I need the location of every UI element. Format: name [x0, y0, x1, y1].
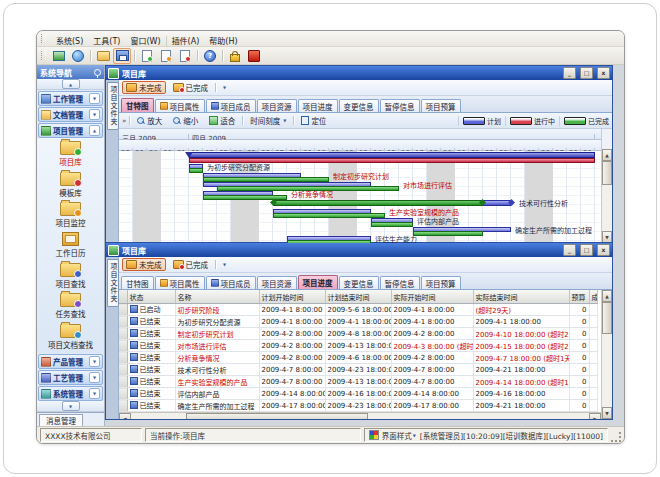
project-folder-tab[interactable]: 项目文件夹 [107, 259, 119, 307]
sidebar-section-文档管理[interactable]: 文档管理▼ [38, 107, 103, 122]
filter-dropdown-button[interactable]: ▼ [219, 83, 230, 92]
chevron-up-icon[interactable]: ▲ [89, 125, 100, 136]
task-done-bar[interactable] [371, 222, 413, 227]
filter-未完成[interactable]: 未完成 [122, 258, 166, 271]
table-row[interactable]: 已结束技术可行性分析2009-4-7 8:00:002009-4-23 18:0… [119, 364, 597, 376]
resize-grip[interactable] [611, 432, 621, 442]
row-selector[interactable] [119, 340, 127, 352]
sidebar-item-项目监控[interactable]: 项目监控 [37, 200, 104, 230]
minimize-button[interactable]: _ [563, 244, 576, 256]
tab-甘特图[interactable]: 甘特图 [121, 98, 154, 112]
tab-甘特图[interactable]: 甘特图 [121, 276, 154, 289]
table-row[interactable]: 已启动初步研究阶段2009-4-1 8:00:002009-5-6 18:00:… [119, 304, 597, 316]
exit-button[interactable] [245, 48, 263, 64]
tab-项目预算[interactable]: 项目预算 [421, 99, 461, 112]
column-header-实际结束时间[interactable]: 实际结束时间 [473, 290, 569, 304]
style-label[interactable]: 界面样式 [382, 430, 412, 441]
column-header-计划开始时间[interactable]: 计划开始时间 [259, 290, 325, 304]
filter-未完成[interactable]: 未完成 [122, 81, 166, 94]
menu-item-窗口(W)[interactable]: 窗口(W) [125, 36, 165, 47]
task-done-bar[interactable] [287, 240, 371, 243]
column-header-预算[interactable]: 预算 [569, 290, 589, 304]
sidebar-item-项目库[interactable]: 项目库 [37, 139, 104, 169]
column-header-实际开始时间[interactable]: 实际开始时间 [391, 290, 473, 304]
scroll-left-button[interactable]: ◄ [119, 413, 131, 419]
table-row[interactable]: 已结束为初步研究分配资源2009-4-1 8:00:002009-4-1 18:… [119, 316, 597, 328]
sidebar-section-工艺管理[interactable]: 工艺管理▼ [38, 370, 103, 385]
filter-已完成[interactable]: 已完成 [169, 258, 213, 271]
close-button[interactable]: x [597, 244, 610, 256]
tab-暂停信息[interactable]: 暂停信息 [380, 276, 420, 289]
row-selector[interactable] [119, 388, 127, 400]
time-scale-button[interactable]: 时间刻度▼ [246, 113, 290, 128]
fit-button[interactable]: 适合 [205, 113, 239, 128]
help-button[interactable]: ? [201, 48, 219, 64]
row-selector[interactable] [119, 376, 127, 388]
pin-icon[interactable] [94, 69, 101, 76]
menu-grip[interactable] [41, 34, 46, 43]
row-selector[interactable] [119, 352, 127, 364]
tab-项目资源[interactable]: 项目资源 [257, 276, 297, 289]
table-row[interactable]: 已结束对市场进行评估2009-4-2 8:00:002009-4-13 18:0… [119, 340, 597, 352]
maximize-button[interactable]: □ [580, 67, 593, 79]
column-header-计划结束时间[interactable]: 计划结束时间 [325, 290, 391, 304]
hscroll-thumb[interactable] [186, 413, 368, 419]
column-header-成[interactable]: 成 [589, 290, 597, 304]
row-selector[interactable] [119, 316, 127, 328]
locate-button[interactable]: 定位 [297, 113, 330, 128]
tab-项目成员[interactable]: 项目成员 [206, 276, 256, 289]
tab-项目资源[interactable]: 项目资源 [257, 99, 297, 112]
doc-edit-button[interactable] [157, 48, 175, 64]
tab-项目预算[interactable]: 项目预算 [421, 276, 461, 289]
doc-remove-button[interactable] [176, 48, 194, 64]
minimize-button[interactable]: _ [563, 67, 576, 79]
doc-add-button[interactable] [138, 48, 156, 64]
gantt-chart[interactable]: 为初步研究分配资源制定初步研究计划对市场进行评估分析竞争情况技术可行性分析生产实… [119, 151, 601, 243]
lock-button[interactable] [226, 48, 244, 64]
scroll-down-button[interactable]: ▼ [602, 407, 612, 419]
system-button[interactable] [50, 48, 68, 64]
column-header-状态[interactable]: 状态 [127, 290, 175, 304]
chevron-down-icon[interactable]: ▼ [89, 93, 100, 104]
chevron-down-icon[interactable]: ▼ [89, 356, 100, 367]
sidebar-item-模板库[interactable]: 模板库 [37, 169, 104, 199]
toolbar-grip[interactable] [41, 51, 46, 60]
maximize-button[interactable]: □ [580, 244, 593, 256]
row-selector[interactable] [119, 400, 127, 412]
chevron-down-icon[interactable]: ▼ [89, 388, 100, 399]
task-done-bar[interactable] [273, 213, 385, 218]
filter-dropdown-button[interactable]: ▼ [219, 260, 230, 269]
tab-变更信息[interactable]: 变更信息 [339, 99, 379, 112]
style-palette-icon[interactable] [369, 430, 379, 440]
menu-item-工具(T)[interactable]: 工具(T) [88, 36, 125, 47]
menu-item-系统(S)[interactable]: 系统(S) [51, 36, 88, 47]
table-row[interactable]: 已结束评估内部产品2009-4-14 8:00:002009-4-16 18:0… [119, 388, 597, 400]
zoom-in-button[interactable]: 放大 [133, 113, 166, 128]
scroll-right-button[interactable]: ► [589, 413, 601, 419]
sidebar-item-项目查找[interactable]: 项目查找 [37, 261, 104, 291]
sidebar-item-工作日历[interactable]: 工作日历 [37, 230, 104, 260]
tab-项目成员[interactable]: 项目成员 [206, 99, 256, 112]
row-selector[interactable] [119, 304, 127, 316]
folder-button[interactable] [94, 48, 112, 64]
menu-item-帮助(H)[interactable]: 帮助(H) [204, 36, 242, 47]
table-row[interactable]: 已结束分析竞争情况2009-4-2 8:00:002009-4-6 18:00:… [119, 352, 597, 364]
sidebar-section-产品管理[interactable]: 产品管理▼ [38, 354, 103, 369]
chevron-down-icon[interactable]: ▼ [413, 433, 416, 438]
tab-项目属性[interactable]: 项目属性 [155, 99, 205, 112]
close-button[interactable]: x [597, 67, 610, 79]
table-titlebar[interactable]: 项目库 _ □ x [106, 243, 612, 257]
scroll-up-button[interactable]: ▲ [602, 290, 612, 302]
web-button[interactable] [69, 48, 87, 64]
column-header-名称[interactable]: 名称 [175, 290, 259, 304]
tab-暂停信息[interactable]: 暂停信息 [380, 99, 420, 112]
row-selector[interactable] [119, 328, 127, 340]
sidebar-overflow-button[interactable]: ▼ [62, 401, 80, 411]
scroll-thumb[interactable] [602, 302, 612, 334]
task-done-bar[interactable] [413, 231, 483, 236]
sidebar-collapse-button[interactable]: ▲ [62, 79, 80, 89]
overflow-chevron-icon[interactable]: » [122, 117, 126, 125]
table-row[interactable]: 已结束确定生产所需的加工过程2009-4-17 8:00:002009-4-23… [119, 400, 597, 412]
sidebar-item-任务查找[interactable]: 任务查找 [37, 291, 104, 321]
tab-项目进度[interactable]: 项目进度 [298, 275, 338, 289]
